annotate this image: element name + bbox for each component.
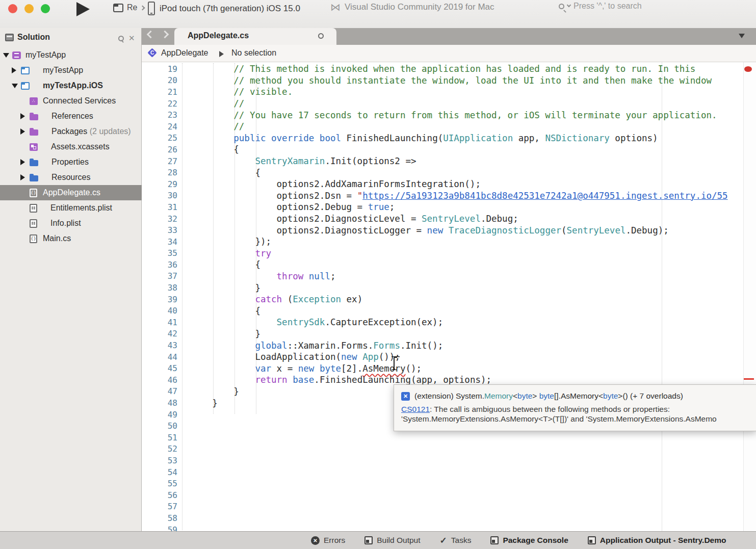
statusbar-errors[interactable]: ✕Errors (311, 536, 345, 545)
line-number: 49 (142, 410, 177, 420)
code-text: public override bool FinishedLaunching(U… (191, 133, 658, 143)
code-line[interactable]: 35 try (142, 248, 756, 259)
code-line[interactable]: 32 options2.DiagnosticLevel = SentryLeve… (142, 213, 756, 225)
connected-services-icon: ∴ (30, 97, 38, 105)
code-line[interactable]: 40 { (142, 305, 756, 317)
sidebar-item-mytestapp[interactable]: myTestApp (0, 47, 142, 63)
code-line[interactable]: 56 (142, 489, 756, 501)
collapse-arrow-icon[interactable] (12, 84, 18, 88)
code-line[interactable]: 28 { (142, 167, 756, 178)
sidebar-item-label: Resources (51, 173, 90, 182)
line-number: 30 (142, 191, 177, 200)
code-line[interactable]: 33 options2.DiagnosticLogger = new Trace… (142, 224, 756, 236)
extension-method-icon: ✕ (401, 392, 410, 401)
sidebar-item-label: Assets.xcassets (51, 142, 110, 151)
sidebar-item-label: Packages (2 updates) (51, 127, 131, 136)
code-line[interactable]: 25 public override bool FinishedLaunchin… (142, 133, 756, 144)
code-line[interactable]: 26 { (142, 144, 756, 155)
code-line[interactable]: 34 }); (142, 236, 756, 248)
code-line[interactable]: 20 // method you should instantiate the … (142, 75, 756, 87)
error-code-link[interactable]: CS0121 (401, 405, 430, 413)
code-line[interactable]: 55 (142, 478, 756, 489)
sidebar-item-packages[interactable]: Packages (2 updates) (0, 124, 142, 139)
expand-arrow-icon[interactable] (20, 159, 25, 165)
search-box[interactable]: Press '^,' to search (559, 2, 642, 11)
console-icon (490, 536, 499, 544)
code-line[interactable]: 39 catch (Exception ex) (142, 294, 756, 305)
sidebar-item-label: References (51, 112, 93, 121)
navigate-forward-button[interactable] (161, 31, 169, 39)
code-line[interactable]: 45 var x = new byte[2].AsMemory(); (142, 362, 756, 374)
sidebar-item-main-cs[interactable]: {}Main.cs (0, 231, 142, 246)
code-line[interactable]: 57 (142, 501, 756, 513)
expand-arrow-icon[interactable] (20, 128, 25, 135)
code-line[interactable]: 44 LoadApplication(new App()); (142, 351, 756, 363)
code-line[interactable]: 27 SentryXamarin.Init(options2 => (142, 155, 756, 167)
navigate-back-button[interactable] (147, 31, 155, 39)
code-line[interactable]: 30 options2.Dsn = "https://5a193123a9b84… (142, 190, 756, 202)
line-number: 22 (142, 99, 177, 109)
code-line[interactable]: 38 } (142, 282, 756, 294)
tab-appdelegate[interactable]: AppDelegate.cs (174, 28, 336, 45)
code-line[interactable]: 53 (142, 455, 756, 466)
code-line[interactable]: 31 options2.Debug = true; (142, 201, 756, 213)
code-line[interactable]: 19 // This method is invoked when the ap… (142, 63, 756, 75)
run-configuration-selector[interactable]: Re (113, 3, 144, 12)
sidebar-item-references[interactable]: References (0, 109, 142, 124)
statusbar-application-output-sentry-demo[interactable]: Application Output - Sentry.Demo (588, 536, 726, 545)
sidebar-item-mytestapp-ios[interactable]: myTestApp.iOS (0, 78, 142, 93)
statusbar-tasks[interactable]: ✓Tasks (440, 536, 472, 545)
code-line[interactable]: 59 (142, 524, 756, 531)
minimize-window-button[interactable] (24, 4, 34, 13)
zoom-window-button[interactable] (41, 4, 50, 13)
code-line[interactable]: 22 // (142, 98, 756, 110)
code-line[interactable]: 51 (142, 432, 756, 443)
statusbar-package-console[interactable]: Package Console (490, 536, 568, 545)
code-line[interactable]: 37 throw null; (142, 271, 756, 282)
sidebar-item-connected-services[interactable]: ∴Connected Services (0, 93, 142, 109)
sidebar-item-entitlements-plist[interactable]: Entitlements.plist (0, 200, 142, 216)
code-line[interactable]: 29 options2.AddXamarinFormsIntegration()… (142, 178, 756, 190)
expand-arrow-icon[interactable] (12, 67, 16, 73)
tab-modified-indicator (318, 33, 324, 39)
code-line[interactable]: 23 // You have 17 seconds to return from… (142, 109, 756, 121)
code-line[interactable]: 24 // (142, 121, 756, 133)
code-line[interactable]: 36 { (142, 259, 756, 271)
collapse-arrow-icon[interactable] (3, 53, 9, 58)
expand-arrow-icon[interactable] (20, 174, 25, 180)
statusbar-build-output[interactable]: Build Output (364, 536, 420, 545)
breadcrumb-selection[interactable]: No selection (231, 48, 276, 58)
code-line[interactable]: 42 } (142, 328, 756, 340)
tab-list-dropdown-icon[interactable] (739, 34, 745, 38)
code-text: catch (Exception ex) (191, 294, 362, 304)
run-button[interactable] (76, 2, 90, 16)
code-line[interactable]: 41 SentrySdk.CaptureException(ex); (142, 317, 756, 328)
sidebar-item-properties[interactable]: Properties (0, 154, 142, 170)
code-line[interactable]: 21 // visible. (142, 86, 756, 98)
sidebar-item-label: myTestApp.iOS (43, 81, 103, 90)
device-selector[interactable]: iPod touch (7th generation) iOS 15.0 (148, 2, 300, 15)
code-file-icon: {} (30, 189, 37, 197)
sidebar-item-appdelegate-cs[interactable]: {}AppDelegate.cs (0, 185, 142, 200)
expand-arrow-icon[interactable] (20, 113, 25, 119)
code-editor[interactable]: 19 // This method is invoked when the ap… (142, 62, 756, 531)
code-line[interactable]: 43 global::Xamarin.Forms.Forms.Init(); (142, 339, 756, 351)
line-number: 46 (142, 375, 177, 385)
pin-pad-icon[interactable] (117, 35, 124, 42)
breadcrumb-class[interactable]: AppDelegate (161, 48, 208, 58)
code-text: // (191, 98, 244, 109)
sidebar-item-assets-xcassets[interactable]: Assets.xcassets (0, 139, 142, 154)
close-pad-icon[interactable]: ✕ (128, 34, 135, 43)
line-number: 27 (142, 156, 177, 166)
sidebar-item-info-plist[interactable]: Info.plist (0, 216, 142, 231)
error-marker-dash (744, 378, 754, 380)
line-number: 56 (142, 490, 177, 500)
code-line[interactable]: 54 (142, 466, 756, 478)
sidebar-item-resources[interactable]: Resources (0, 170, 142, 185)
scrollbar-track[interactable] (743, 62, 756, 531)
code-line[interactable]: 52 (142, 443, 756, 455)
sidebar-item-mytestapp[interactable]: myTestApp (0, 63, 142, 78)
close-window-button[interactable] (8, 4, 17, 13)
code-line[interactable]: 58 (142, 512, 756, 524)
sidebar-item-label: myTestApp (43, 66, 83, 75)
